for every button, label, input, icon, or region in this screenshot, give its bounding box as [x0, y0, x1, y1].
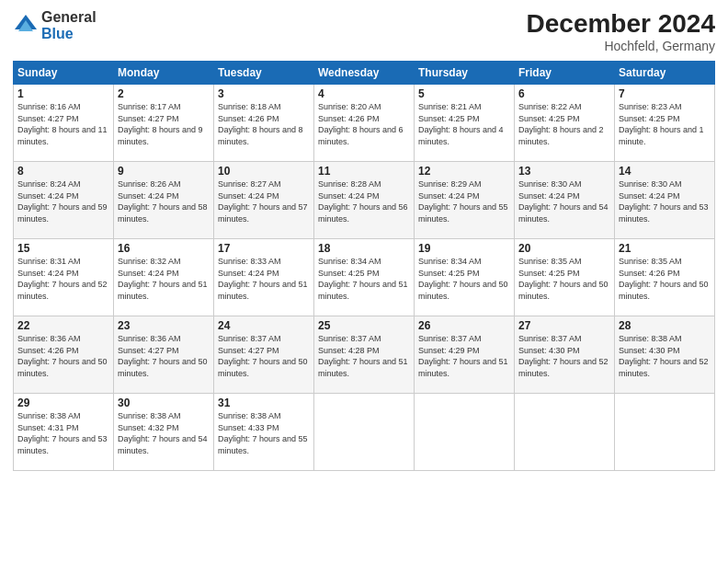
col-tuesday: Tuesday: [214, 62, 314, 85]
day-cell-5: 5 Sunrise: 8:21 AMSunset: 4:25 PMDayligh…: [415, 85, 515, 162]
month-title: December 2024: [527, 9, 715, 39]
table-row: 1 Sunrise: 8:16 AMSunset: 4:27 PMDayligh…: [14, 85, 715, 162]
logo: General Blue: [13, 9, 97, 41]
day-cell-30: 30 Sunrise: 8:38 AMSunset: 4:32 PMDaylig…: [114, 394, 214, 471]
day-cell-15: 15 Sunrise: 8:31 AMSunset: 4:24 PMDaylig…: [14, 239, 114, 316]
col-thursday: Thursday: [415, 62, 515, 85]
title-block: December 2024 Hochfeld, Germany: [527, 9, 715, 53]
table-row: 22 Sunrise: 8:36 AMSunset: 4:26 PMDaylig…: [14, 316, 715, 394]
col-saturday: Saturday: [615, 62, 715, 85]
logo-text: General Blue: [41, 9, 97, 41]
day-cell-8: 8 Sunrise: 8:24 AMSunset: 4:24 PMDayligh…: [14, 162, 114, 239]
day-cell-25: 25 Sunrise: 8:37 AMSunset: 4:28 PMDaylig…: [314, 316, 415, 394]
day-cell-9: 9 Sunrise: 8:26 AMSunset: 4:24 PMDayligh…: [114, 162, 214, 239]
day-cell-18: 18 Sunrise: 8:34 AMSunset: 4:25 PMDaylig…: [314, 239, 415, 316]
day-cell-12: 12 Sunrise: 8:29 AMSunset: 4:24 PMDaylig…: [415, 162, 515, 239]
day-cell-24: 24 Sunrise: 8:37 AMSunset: 4:27 PMDaylig…: [214, 316, 314, 394]
page: General Blue December 2024 Hochfeld, Ger…: [0, 0, 728, 563]
header: General Blue December 2024 Hochfeld, Ger…: [13, 9, 715, 53]
col-wednesday: Wednesday: [314, 62, 415, 85]
day-cell-16: 16 Sunrise: 8:32 AMSunset: 4:24 PMDaylig…: [114, 239, 214, 316]
empty-cell: [615, 394, 715, 471]
day-cell-26: 26 Sunrise: 8:37 AMSunset: 4:29 PMDaylig…: [415, 316, 515, 394]
day-cell-17: 17 Sunrise: 8:33 AMSunset: 4:24 PMDaylig…: [214, 239, 314, 316]
day-cell-3: 3 Sunrise: 8:18 AMSunset: 4:26 PMDayligh…: [214, 85, 314, 162]
day-cell-28: 28 Sunrise: 8:38 AMSunset: 4:30 PMDaylig…: [615, 316, 715, 394]
table-row: 29 Sunrise: 8:38 AMSunset: 4:31 PMDaylig…: [14, 394, 715, 471]
col-friday: Friday: [515, 62, 615, 85]
day-cell-1: 1 Sunrise: 8:16 AMSunset: 4:27 PMDayligh…: [14, 85, 114, 162]
header-row: Sunday Monday Tuesday Wednesday Thursday…: [14, 62, 715, 85]
table-row: 8 Sunrise: 8:24 AMSunset: 4:24 PMDayligh…: [14, 162, 715, 239]
day-cell-19: 19 Sunrise: 8:34 AMSunset: 4:25 PMDaylig…: [415, 239, 515, 316]
day-cell-2: 2 Sunrise: 8:17 AMSunset: 4:27 PMDayligh…: [114, 85, 214, 162]
day-cell-7: 7 Sunrise: 8:23 AMSunset: 4:25 PMDayligh…: [615, 85, 715, 162]
day-cell-29: 29 Sunrise: 8:38 AMSunset: 4:31 PMDaylig…: [14, 394, 114, 471]
day-cell-31: 31 Sunrise: 8:38 AMSunset: 4:33 PMDaylig…: [214, 394, 314, 471]
day-cell-6: 6 Sunrise: 8:22 AMSunset: 4:25 PMDayligh…: [515, 85, 615, 162]
empty-cell: [415, 394, 515, 471]
day-cell-21: 21 Sunrise: 8:35 AMSunset: 4:26 PMDaylig…: [615, 239, 715, 316]
table-row: 15 Sunrise: 8:31 AMSunset: 4:24 PMDaylig…: [14, 239, 715, 316]
col-sunday: Sunday: [14, 62, 114, 85]
day-cell-13: 13 Sunrise: 8:30 AMSunset: 4:24 PMDaylig…: [515, 162, 615, 239]
day-cell-23: 23 Sunrise: 8:36 AMSunset: 4:27 PMDaylig…: [114, 316, 214, 394]
day-cell-11: 11 Sunrise: 8:28 AMSunset: 4:24 PMDaylig…: [314, 162, 415, 239]
calendar-table: Sunday Monday Tuesday Wednesday Thursday…: [13, 61, 715, 471]
day-cell-4: 4 Sunrise: 8:20 AMSunset: 4:26 PMDayligh…: [314, 85, 415, 162]
col-monday: Monday: [114, 62, 214, 85]
empty-cell: [515, 394, 615, 471]
day-cell-10: 10 Sunrise: 8:27 AMSunset: 4:24 PMDaylig…: [214, 162, 314, 239]
day-cell-14: 14 Sunrise: 8:30 AMSunset: 4:24 PMDaylig…: [615, 162, 715, 239]
logo-icon: [13, 13, 39, 39]
location: Hochfeld, Germany: [527, 39, 715, 53]
day-cell-20: 20 Sunrise: 8:35 AMSunset: 4:25 PMDaylig…: [515, 239, 615, 316]
day-cell-22: 22 Sunrise: 8:36 AMSunset: 4:26 PMDaylig…: [14, 316, 114, 394]
day-cell-27: 27 Sunrise: 8:37 AMSunset: 4:30 PMDaylig…: [515, 316, 615, 394]
logo-blue: Blue: [41, 26, 97, 42]
logo-general: General: [41, 9, 97, 26]
empty-cell: [314, 394, 415, 471]
